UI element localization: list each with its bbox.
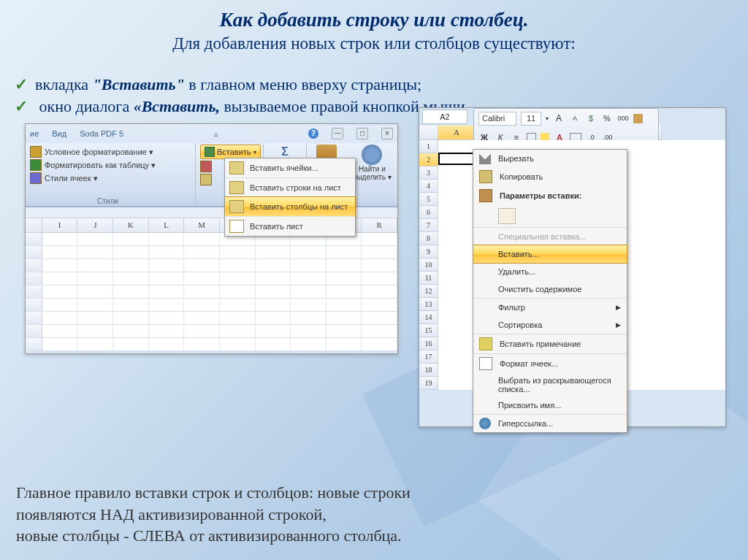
percent-format-icon[interactable]: % — [601, 112, 613, 124]
conditional-formatting-button[interactable]: Условное форматирование ▾ — [45, 147, 153, 157]
menu-item-paste-options[interactable]: Параметры вставки: — [473, 186, 627, 205]
insert-sheet-icon — [229, 220, 244, 233]
comment-icon — [479, 337, 492, 350]
menu-item-insert[interactable]: Вставить... — [473, 245, 627, 264]
cut-icon — [479, 153, 491, 164]
ribbon-tab[interactable]: ие — [30, 129, 39, 138]
format-as-table-button[interactable]: Форматировать как таблицу ▾ — [45, 161, 156, 170]
menu-item-insert-rows[interactable]: Вставить строки на лист — [225, 177, 355, 197]
bullet-item: вкладка "Вставить" в главном меню вверху… — [15, 75, 748, 94]
context-menu: Вырезать Копировать Параметры вставки: С… — [473, 149, 627, 433]
slide-subtitle: Для добавления новых строк или столбцов … — [0, 34, 748, 53]
cell-styles-button[interactable]: Стили ячеек ▾ — [45, 174, 98, 183]
increase-font-icon[interactable]: A — [553, 112, 565, 124]
menu-item-comment[interactable]: Вставить примечание — [473, 334, 627, 353]
screenshot-ribbon-insert: ие Вид Soda PDF 5 ▵ ? — □ × Условное фор… — [25, 123, 398, 354]
window-control-icon[interactable]: □ — [356, 128, 368, 139]
group-label: Стили — [97, 197, 118, 205]
cell-styles-icon — [30, 172, 42, 184]
find-select-icon[interactable] — [362, 145, 382, 165]
menu-item-hyperlink[interactable]: Гиперссылка... — [473, 414, 627, 432]
format-painter-icon[interactable] — [633, 114, 643, 123]
menu-item-paste-special: Специальная вставка... — [473, 227, 627, 245]
comma-format-icon[interactable]: 000 — [617, 112, 629, 124]
name-box[interactable]: A2 — [422, 110, 468, 124]
insert-dropdown-menu: Вставить ячейки... Вставить строки на ли… — [224, 158, 356, 237]
row-header-selected[interactable]: 2 — [419, 153, 438, 166]
copy-icon — [479, 170, 492, 183]
paste-icon — [479, 189, 492, 202]
help-icon[interactable]: ? — [308, 129, 318, 139]
menu-item-format-cells[interactable]: Формат ячеек... — [473, 353, 627, 373]
conditional-formatting-icon — [30, 146, 42, 158]
footer-text: Главное правило вставки строк и столбцов… — [16, 482, 411, 547]
active-cell — [438, 153, 475, 165]
font-family-select[interactable]: Calibri — [478, 112, 516, 126]
menu-item-copy[interactable]: Копировать — [473, 167, 627, 186]
menu-item-dropdown-list[interactable]: Выбрать из раскрывающегося списка... — [473, 373, 627, 396]
insert-button[interactable]: Вставить▾ — [200, 145, 261, 159]
menu-item-filter[interactable]: Фильтр▶ — [473, 298, 627, 316]
slide-title: Как добавить строку или столбец. — [0, 0, 748, 31]
insert-rows-icon — [229, 181, 244, 194]
paste-option-button[interactable] — [473, 205, 627, 227]
ribbon-tab[interactable]: Soda PDF 5 — [80, 129, 123, 138]
menu-item-insert-columns[interactable]: Вставить столбцы на лист — [224, 196, 356, 217]
menu-item-define-name[interactable]: Присвоить имя... — [473, 396, 627, 414]
spreadsheet-grid[interactable] — [26, 233, 397, 351]
find-select-label: Найти и выделить ▾ — [353, 166, 392, 181]
insert-cells-icon — [229, 161, 244, 174]
delete-icon — [200, 161, 212, 172]
menu-item-insert-cells[interactable]: Вставить ячейки... — [225, 158, 355, 177]
window-close-icon[interactable]: × — [381, 128, 393, 139]
decrease-font-icon[interactable]: A — [569, 112, 581, 124]
font-size-select[interactable]: 11 — [521, 112, 541, 126]
accounting-format-icon[interactable]: $ — [585, 112, 597, 124]
screenshot-context-menu: A2 Calibri 11 ▾ A A $ % 000 Ж К ≡ — [419, 107, 726, 427]
menu-item-delete[interactable]: Удалить... — [473, 263, 627, 280]
menu-item-cut[interactable]: Вырезать — [473, 150, 627, 167]
menu-item-clear[interactable]: Очистить содержимое — [473, 280, 627, 298]
column-header-selected[interactable]: A — [438, 126, 476, 140]
format-icon — [200, 174, 212, 185]
insert-columns-icon — [229, 200, 244, 213]
format-table-icon — [30, 159, 42, 171]
autosum-icon[interactable]: Σ — [281, 145, 289, 158]
hyperlink-icon — [479, 418, 491, 429]
window-control-icon[interactable]: — — [332, 128, 343, 139]
row-headers: 1 2 345 678 91011 121314 151617 1819 — [419, 140, 438, 390]
menu-item-insert-sheet[interactable]: Вставить лист — [225, 216, 355, 236]
insert-icon — [205, 147, 215, 157]
menu-item-sort[interactable]: Сортировка▶ — [473, 316, 627, 334]
ribbon-tab[interactable]: Вид — [52, 129, 66, 138]
format-cells-icon — [479, 357, 492, 370]
